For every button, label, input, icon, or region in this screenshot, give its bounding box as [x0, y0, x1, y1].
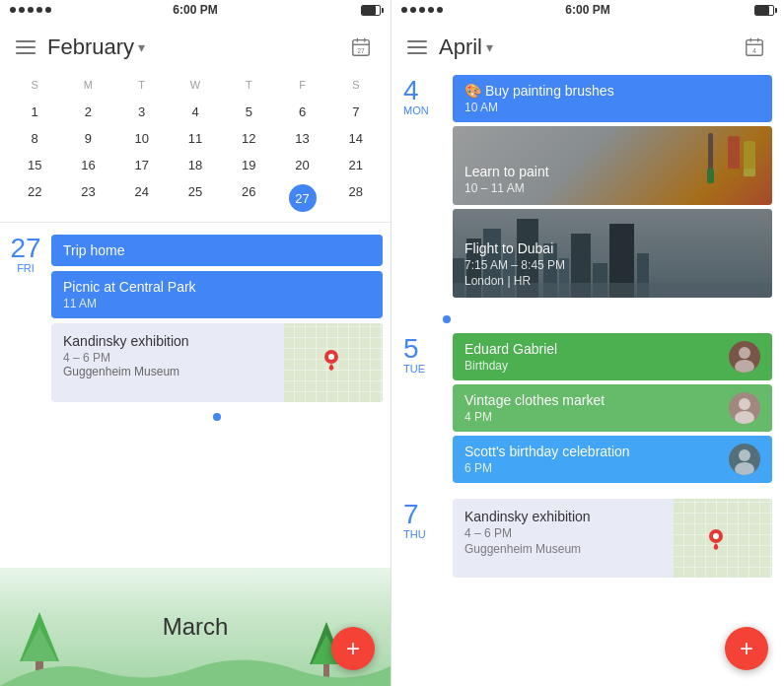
cal-day-17[interactable]: 17: [115, 152, 169, 178]
cal-day-19[interactable]: 19: [222, 152, 275, 178]
cal-day-28[interactable]: 28: [329, 178, 383, 218]
cal-day-3[interactable]: 3: [115, 99, 169, 125]
day-header-m: M: [61, 75, 114, 95]
avatar-eduard: [729, 341, 760, 373]
cal-day-20[interactable]: 20: [275, 152, 328, 178]
event-kandinsky-left[interactable]: Kandinsky exhibition 4 – 6 PM Guggenheim…: [51, 323, 383, 402]
schedule-day-4: 4 Mon 🎨 Buy painting brushes 10 AM: [403, 75, 772, 298]
header-right: April ▾ 4: [392, 20, 784, 75]
event-trip-home[interactable]: Trip home: [51, 235, 383, 266]
svg-point-6: [328, 354, 334, 360]
day-headers-left: S M T W T F S: [8, 75, 383, 95]
cal-day-26[interactable]: 26: [222, 178, 275, 218]
right-panel: 6:00 PM April ▾ 4: [392, 0, 784, 686]
event-scott[interactable]: Scott's birthday celebration 6 PM: [453, 436, 772, 483]
menu-icon-left[interactable]: [16, 40, 36, 54]
sch-day-num-5: 5: [403, 335, 419, 363]
event-eduard-text: Eduard Gabriel Birthday: [464, 341, 721, 373]
cal-day-10[interactable]: 10: [115, 125, 169, 152]
right-icons-right: [754, 5, 774, 16]
map-thumbnail-right: [674, 499, 772, 578]
cal-day-9[interactable]: 9: [61, 125, 114, 152]
cal-day-16[interactable]: 16: [61, 152, 114, 178]
right-icons-left: [361, 5, 381, 16]
event-eduard-title: Eduard Gabriel: [464, 341, 721, 357]
cal-day-22[interactable]: 22: [8, 178, 61, 218]
cal-day-13[interactable]: 13: [275, 125, 328, 152]
event-buy-brushes-title: 🎨 Buy painting brushes: [464, 83, 760, 99]
cal-day-21[interactable]: 21: [329, 152, 383, 178]
event-kandinsky-right[interactable]: Kandinsky exhibition 4 – 6 PM Guggenheim…: [453, 499, 772, 578]
svg-text:27: 27: [357, 47, 365, 54]
event-learn-paint-title: Learn to paint: [464, 164, 760, 179]
event-learn-paint[interactable]: Learn to paint 10 – 11 AM: [453, 126, 772, 205]
event-buy-brushes-time: 10 AM: [464, 101, 760, 114]
scroll-dot-left: [213, 413, 221, 421]
event-scott-title: Scott's birthday celebration: [464, 444, 721, 459]
event-learn-paint-time: 10 – 11 AM: [464, 181, 760, 195]
signal-dots-left: [10, 7, 51, 13]
calendar-days-left: 1 2 3 4 5 6 7 8 9 10 11 12 13 14 15 16 1…: [8, 99, 383, 218]
month-title-right[interactable]: April ▾: [439, 34, 493, 60]
event-scott-row: Scott's birthday celebration 6 PM: [464, 444, 760, 475]
schedule-events-4: 🎨 Buy painting brushes 10 AM: [453, 75, 772, 298]
calendar-icon-left[interactable]: 27: [347, 34, 375, 61]
event-buy-brushes[interactable]: 🎨 Buy painting brushes 10 AM: [453, 75, 772, 122]
cal-day-5[interactable]: 5: [222, 99, 275, 125]
svg-point-41: [739, 449, 750, 461]
map-pin-left: [323, 349, 339, 375]
cal-day-14[interactable]: 14: [329, 125, 383, 152]
svg-point-37: [739, 347, 750, 359]
svg-point-39: [739, 398, 750, 410]
day-header-s1: S: [8, 75, 61, 95]
time-right: 6:00 PM: [565, 3, 609, 17]
event-eduard-sub: Birthday: [464, 359, 721, 373]
menu-icon-right[interactable]: [407, 40, 427, 54]
cal-day-15[interactable]: 15: [8, 152, 61, 178]
event-scott-time: 6 PM: [464, 461, 721, 475]
fab-button-right[interactable]: +: [725, 627, 768, 670]
battery-icon-right: [754, 5, 774, 16]
event-vintage-text: Vintage clothes market 4 PM: [464, 392, 721, 424]
cal-day-6[interactable]: 6: [275, 99, 328, 125]
signal-dots-right: [401, 7, 443, 13]
day-header-t2: T: [222, 75, 275, 95]
cal-day-23[interactable]: 23: [61, 178, 114, 218]
event-flight-dubai-title: Flight to Dubai: [464, 240, 760, 256]
cal-day-2[interactable]: 2: [61, 99, 114, 125]
event-kandinsky-info-left: Kandinsky exhibition 4 – 6 PM Guggenheim…: [51, 323, 284, 402]
fab-button-left[interactable]: +: [331, 627, 375, 670]
cal-day-18[interactable]: 18: [169, 152, 222, 178]
event-flight-dubai[interactable]: Flight to Dubai 7:15 AM – 8:45 PM London…: [453, 209, 772, 298]
event-kandinsky-title-right: Kandinsky exhibition: [464, 509, 662, 524]
cal-day-7[interactable]: 7: [329, 99, 383, 125]
events-list-left: Trip home Picnic at Central Park 11 AM K…: [51, 235, 383, 564]
battery-icon-left: [361, 5, 381, 16]
event-picnic[interactable]: Picnic at Central Park 11 AM: [51, 271, 383, 318]
cal-day-11[interactable]: 11: [169, 125, 222, 152]
event-kandinsky-location-right: Guggenheim Museum: [464, 542, 662, 556]
sch-day-name-5: Tue: [403, 363, 425, 375]
event-flight-dubai-sub: London | HR: [464, 274, 760, 288]
cal-day-8[interactable]: 8: [8, 125, 61, 152]
avatar-scott: [729, 444, 760, 475]
event-trip-home-title: Trip home: [63, 242, 371, 258]
avatar-vintage: [729, 392, 760, 424]
calendar-icon-right[interactable]: 4: [741, 34, 768, 61]
event-picnic-title: Picnic at Central Park: [63, 279, 371, 295]
cal-day-25[interactable]: 25: [169, 178, 222, 218]
connector-dot-1: [443, 315, 451, 323]
event-vintage[interactable]: Vintage clothes market 4 PM: [453, 384, 772, 432]
map-pin-right: [708, 528, 724, 554]
event-eduard[interactable]: Eduard Gabriel Birthday: [453, 333, 772, 380]
schedule-events-5: Eduard Gabriel Birthday Vintage clothes …: [453, 333, 772, 483]
month-title-left[interactable]: February ▾: [47, 34, 145, 60]
sep-4-5: [403, 306, 772, 313]
cal-day-27[interactable]: 27: [275, 178, 328, 218]
cal-day-24[interactable]: 24: [115, 178, 169, 218]
left-panel: 6:00 PM February ▾ 27 S: [0, 0, 392, 686]
cal-day-12[interactable]: 12: [222, 125, 275, 152]
cal-day-4[interactable]: 4: [169, 99, 222, 125]
schedule-events-7: Kandinsky exhibition 4 – 6 PM Guggenheim…: [453, 499, 772, 578]
cal-day-1[interactable]: 1: [8, 99, 61, 125]
